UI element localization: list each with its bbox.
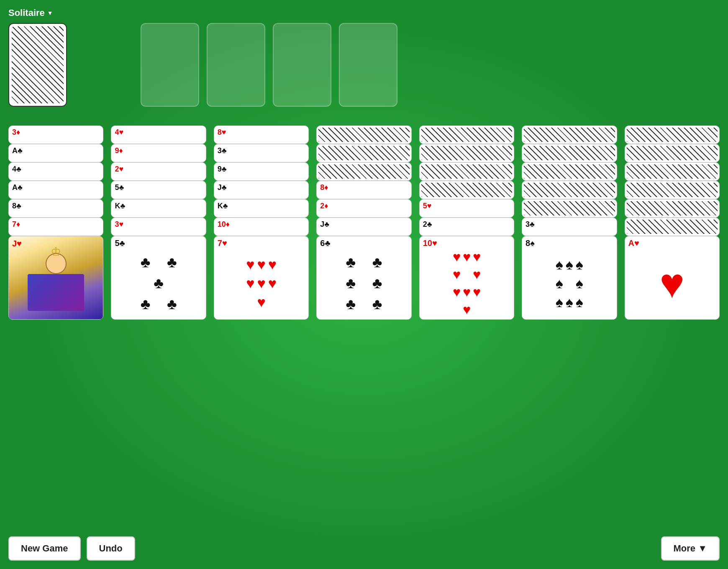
face-down-card xyxy=(625,218,720,236)
face-down-card xyxy=(419,162,514,181)
face-down-card xyxy=(522,181,617,199)
face-up-card-peeking[interactable]: 10♦ xyxy=(214,218,309,236)
face-up-card-peeking[interactable]: 3♣ xyxy=(214,144,309,162)
tableau-column-3: 8♥3♣9♣J♣K♣10♦7♥ ♥♥♥ ♥♥♥ ♥ xyxy=(214,126,309,502)
face-up-card-peeking[interactable]: J♣ xyxy=(316,218,411,236)
foundation-2[interactable] xyxy=(207,23,265,107)
face-up-card-peeking[interactable]: 2♣ xyxy=(419,218,514,236)
face-up-card-last[interactable]: J♥♔ xyxy=(8,236,103,320)
tableau-column-1: 3♦A♣4♣A♣8♣7♦J♥♔ xyxy=(8,126,103,502)
face-down-card xyxy=(625,126,720,144)
tableau-column-4: 8♦2♦J♣6♣ ♣♣ ♣♣ ♣♣ xyxy=(316,126,411,502)
face-up-card-peeking[interactable]: 3♦ xyxy=(8,126,103,144)
tableau: 3♦A♣4♣A♣8♣7♦J♥♔4♥9♦2♥5♣K♣3♥5♣ ♣♣ ♣ ♣♣ 8♥… xyxy=(8,126,720,502)
tableau-column-7: A♥♥ xyxy=(625,126,720,502)
face-down-card xyxy=(316,126,411,144)
face-up-card-peeking[interactable]: K♣ xyxy=(111,199,206,218)
face-down-card xyxy=(625,162,720,181)
face-up-card-peeking[interactable]: K♣ xyxy=(214,199,309,218)
foundation-3[interactable] xyxy=(273,23,331,107)
tableau-column-6: 3♣8♠ ♠♠♠ ♠♠ ♠♠♠ xyxy=(522,126,617,502)
face-up-card-peeking[interactable]: A♣ xyxy=(8,181,103,199)
face-up-card-last[interactable]: A♥♥ xyxy=(625,236,720,320)
new-game-button[interactable]: New Game xyxy=(8,536,81,561)
face-down-card xyxy=(522,199,617,218)
face-up-card-peeking[interactable]: 9♣ xyxy=(214,162,309,181)
title-text: Solitaire xyxy=(8,8,45,18)
face-up-card-peeking[interactable]: 8♥ xyxy=(214,126,309,144)
face-up-card-peeking[interactable]: 5♣ xyxy=(111,181,206,199)
face-down-card xyxy=(419,144,514,162)
face-up-card-peeking[interactable]: 3♣ xyxy=(522,218,617,236)
face-up-card-peeking[interactable]: 8♣ xyxy=(8,199,103,218)
face-up-card-last[interactable]: 8♠ ♠♠♠ ♠♠ ♠♠♠ xyxy=(522,236,617,320)
face-up-card-peeking[interactable]: 9♦ xyxy=(111,144,206,162)
face-up-card-last[interactable]: 6♣ ♣♣ ♣♣ ♣♣ xyxy=(316,236,411,320)
face-down-card xyxy=(522,126,617,144)
face-up-card-peeking[interactable]: 2♥ xyxy=(111,162,206,181)
deck-pile[interactable] xyxy=(8,23,67,107)
title-dropdown-arrow[interactable]: ▼ xyxy=(47,10,53,16)
foundation-1[interactable] xyxy=(141,23,199,107)
more-button[interactable]: More ▼ xyxy=(661,536,720,561)
face-up-card-last[interactable]: 10♥ ♥♥♥ ♥♥ ♥♥♥ ♥ xyxy=(419,236,514,320)
tableau-column-5: 5♥2♣10♥ ♥♥♥ ♥♥ ♥♥♥ ♥ xyxy=(419,126,514,502)
face-up-card-peeking[interactable]: J♣ xyxy=(214,181,309,199)
face-up-card-peeking[interactable]: 2♦ xyxy=(316,199,411,218)
face-up-card-peeking[interactable]: 3♥ xyxy=(111,218,206,236)
undo-button[interactable]: Undo xyxy=(87,536,135,561)
face-down-card xyxy=(522,162,617,181)
face-up-card-peeking[interactable]: 4♣ xyxy=(8,162,103,181)
face-down-card xyxy=(419,181,514,199)
face-up-card-peeking[interactable]: 7♦ xyxy=(8,218,103,236)
face-up-card-peeking[interactable]: A♣ xyxy=(8,144,103,162)
face-down-card xyxy=(316,162,411,181)
face-down-card xyxy=(522,144,617,162)
face-up-card-last[interactable]: 5♣ ♣♣ ♣ ♣♣ xyxy=(111,236,206,320)
bottom-bar: New Game Undo More ▼ xyxy=(8,536,720,561)
tableau-column-2: 4♥9♦2♥5♣K♣3♥5♣ ♣♣ ♣ ♣♣ xyxy=(111,126,206,502)
foundation-4[interactable] xyxy=(339,23,397,107)
face-up-card-peeking[interactable]: 5♥ xyxy=(419,199,514,218)
face-down-card xyxy=(625,144,720,162)
deck-pattern xyxy=(12,26,64,103)
face-up-card-last[interactable]: 7♥ ♥♥♥ ♥♥♥ ♥ xyxy=(214,236,309,320)
face-down-card xyxy=(419,126,514,144)
face-down-card xyxy=(625,181,720,199)
top-area xyxy=(8,23,720,107)
face-down-card xyxy=(625,199,720,218)
app-title: Solitaire ▼ xyxy=(8,8,53,18)
face-up-card-peeking[interactable]: 8♦ xyxy=(316,181,411,199)
face-down-card xyxy=(316,144,411,162)
face-up-card-peeking[interactable]: 4♥ xyxy=(111,126,206,144)
